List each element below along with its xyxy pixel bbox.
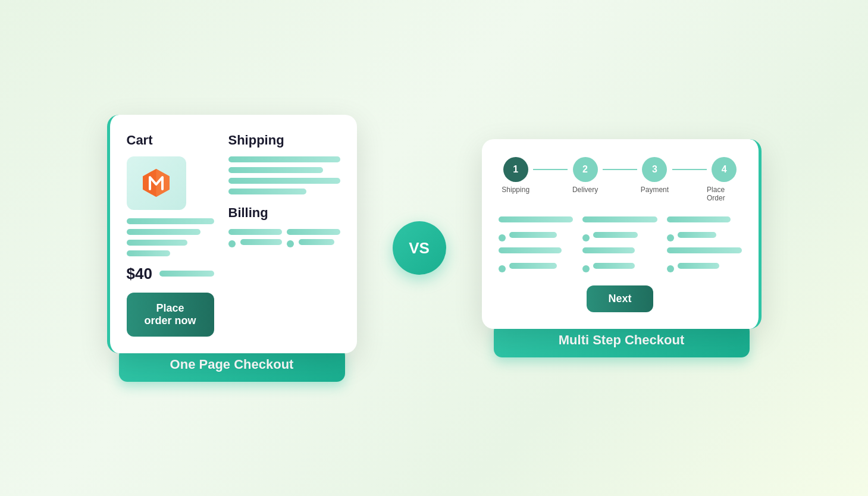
form-content-columns	[499, 216, 742, 274]
step-label-3: Payment	[641, 186, 669, 194]
col1-line-3	[499, 247, 562, 253]
ship-line-2	[228, 167, 324, 173]
col1-dot-2	[499, 265, 506, 272]
col3-row-4	[667, 263, 742, 274]
col3-dot-1	[667, 234, 674, 241]
price-value: $40	[127, 265, 152, 283]
col2-line-2	[593, 232, 638, 238]
magento-logo-icon	[140, 167, 173, 199]
multi-step-checkout-card: 1 Shipping 2 Delivery 3 Payment	[482, 139, 762, 329]
col2-dot-1	[582, 234, 590, 241]
step-item-4: 4 Place Order	[707, 157, 741, 202]
step-item-2: 2 Delivery	[568, 157, 602, 194]
step-connector-1	[533, 169, 568, 170]
cart-line-4	[127, 250, 171, 256]
billing-line-d	[299, 239, 334, 245]
ship-line-1	[228, 156, 340, 162]
form-col-3	[667, 216, 742, 274]
col2-line-4	[593, 263, 635, 269]
place-order-button[interactable]: Place order now	[127, 293, 214, 337]
step-label-1: Shipping	[502, 186, 529, 194]
step-item-3: 3 Payment	[637, 157, 672, 194]
step-circle-3: 3	[642, 157, 667, 182]
next-button[interactable]: Next	[587, 285, 653, 312]
billing-line-a	[228, 229, 282, 235]
step-indicator: 1 Shipping 2 Delivery 3 Payment	[499, 157, 742, 202]
vs-badge: VS	[393, 221, 446, 275]
col3-line-1	[667, 216, 731, 222]
main-container: Cart	[77, 115, 791, 382]
cart-title: Cart	[127, 133, 214, 148]
billing-dot-2	[287, 240, 294, 247]
ship-line-3	[228, 178, 340, 184]
step-circle-4: 4	[712, 157, 737, 182]
form-col-2	[582, 216, 657, 274]
col2-line-3	[582, 247, 635, 253]
billing-row-1	[228, 229, 340, 235]
col2-dot-2	[582, 265, 590, 272]
col3-line-3	[667, 247, 742, 253]
col1-line-4	[509, 263, 557, 269]
shipping-title: Shipping	[228, 133, 340, 148]
shipping-billing-section: Shipping Billing	[228, 133, 340, 337]
billing-dot-1	[228, 240, 236, 247]
col2-row-2	[582, 232, 657, 243]
step-circle-2: 2	[573, 157, 598, 182]
col1-line-2	[509, 232, 557, 238]
cart-line-1	[127, 218, 214, 224]
col3-line-2	[678, 232, 716, 238]
step-label-2: Delivery	[572, 186, 598, 194]
col3-line-4	[678, 263, 719, 269]
col3-dot-2	[667, 265, 674, 272]
col1-row-4	[499, 263, 574, 274]
col1-row-2	[499, 232, 574, 243]
form-col-1	[499, 216, 574, 274]
step-connector-2	[603, 169, 637, 170]
cart-line-3	[127, 240, 188, 246]
step-circle-1: 1	[503, 157, 528, 182]
col1-line-1	[499, 216, 574, 222]
col1-dot-1	[499, 234, 506, 241]
step-connector-3	[672, 169, 707, 170]
left-card-wrapper: Cart	[107, 115, 357, 382]
billing-line-c	[240, 239, 282, 245]
cart-section: Cart	[127, 133, 214, 337]
price-row: $40	[127, 265, 214, 283]
step-item-1: 1 Shipping	[499, 157, 533, 194]
cart-line-2	[127, 229, 201, 235]
product-image	[127, 156, 186, 210]
vs-text: VS	[409, 239, 430, 258]
ship-line-4	[228, 189, 307, 194]
col2-row-4	[582, 263, 657, 274]
one-page-checkout-card: Cart	[107, 115, 357, 353]
billing-row-2	[228, 239, 340, 247]
billing-lines	[228, 229, 340, 247]
col3-row-2	[667, 232, 742, 243]
billing-title: Billing	[228, 205, 340, 221]
right-card-wrapper: 1 Shipping 2 Delivery 3 Payment	[482, 139, 762, 357]
price-line	[159, 271, 214, 277]
step-label-4: Place Order	[707, 186, 741, 202]
billing-line-b	[287, 229, 340, 235]
col2-line-1	[582, 216, 657, 222]
